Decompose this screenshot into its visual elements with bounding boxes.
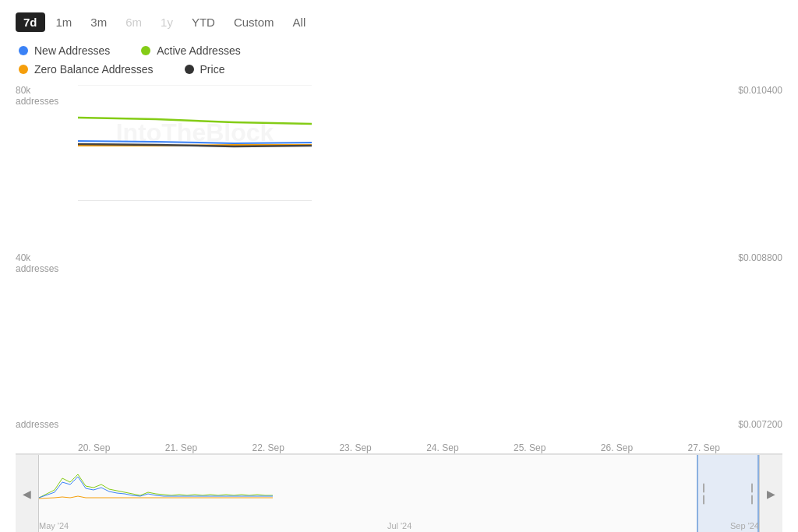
- chart-main: 80k addresses 40k addresses addresses $0…: [16, 85, 782, 453]
- legend-row-1: New Addresses Active Addresses: [19, 44, 782, 57]
- nav-drag-line-3: [751, 483, 753, 492]
- legend-row-2: Zero Balance Addresses Price: [19, 63, 782, 76]
- nav-left-handle[interactable]: [700, 480, 708, 507]
- x-label-5: 25. Sep: [514, 442, 546, 453]
- x-axis: 20. Sep21. Sep22. Sep23. Sep24. Sep25. S…: [78, 430, 720, 453]
- app-container: 7d1m3m6m1yYTDCustomAll New Addresses Act…: [0, 0, 798, 532]
- nav-label-2: Sep '24: [730, 521, 759, 530]
- legend-item-zero-balance: Zero Balance Addresses: [19, 63, 154, 76]
- legend-label-price: Price: [200, 63, 225, 76]
- legend-dot-price: [185, 65, 194, 74]
- x-label-4: 24. Sep: [426, 442, 458, 453]
- time-btn-7d[interactable]: 7d: [16, 12, 45, 32]
- legend-item-new-addresses: New Addresses: [19, 44, 110, 57]
- x-label-3: 23. Sep: [339, 442, 371, 453]
- time-btn-1y: 1y: [153, 12, 181, 32]
- y-label-left-mid: 40k addresses: [16, 252, 75, 274]
- navigator-labels: May '24Jul '24Sep '24: [39, 521, 759, 530]
- nav-drag-line-4: [751, 495, 753, 504]
- x-label-2: 22. Sep: [252, 442, 284, 453]
- legend-dot-new-addresses: [19, 46, 28, 55]
- time-btn-1m[interactable]: 1m: [48, 12, 80, 32]
- legend-label-zero-balance: Zero Balance Addresses: [34, 63, 154, 76]
- time-btn-3m[interactable]: 3m: [83, 12, 115, 32]
- y-label-right-mid: $0.008800: [723, 252, 782, 263]
- x-label-7: 27. Sep: [688, 442, 720, 453]
- nav-blue-line: [39, 464, 273, 498]
- navigator: ◀ ▶ May '24Jul '24Sep '24: [16, 454, 782, 532]
- time-btn-all[interactable]: All: [285, 12, 314, 32]
- nav-label-1: Jul '24: [387, 521, 411, 530]
- legend-dot-zero-balance: [19, 65, 28, 74]
- y-label-right-top: $0.010400: [723, 85, 782, 96]
- nav-drag-line-1: [703, 483, 704, 492]
- chart-area: 80k addresses 40k addresses addresses $0…: [16, 85, 782, 454]
- x-label-0: 20. Sep: [78, 442, 110, 453]
- legend-dot-active-addresses: [141, 46, 150, 55]
- y-label-left-top: 80k addresses: [16, 85, 75, 107]
- y-label-right-bot: $0.007200: [723, 419, 782, 430]
- nav-right-handle[interactable]: [748, 480, 756, 507]
- time-btn-custom[interactable]: Custom: [226, 12, 282, 32]
- main-chart-svg: IntoTheBlock: [78, 85, 312, 202]
- nav-drag-line-2: [703, 495, 704, 504]
- y-axis-right: $0.010400 $0.008800 $0.007200: [720, 85, 782, 430]
- navigator-handle-left[interactable]: ◀: [16, 455, 39, 532]
- legend: New Addresses Active Addresses Zero Bala…: [16, 44, 782, 76]
- time-btn-ytd[interactable]: YTD: [184, 12, 223, 32]
- y-axis-left: 80k addresses 40k addresses addresses: [16, 85, 78, 430]
- legend-item-price: Price: [185, 63, 225, 76]
- time-btn-6m: 6m: [118, 12, 150, 32]
- legend-label-active-addresses: Active Addresses: [157, 44, 240, 57]
- legend-item-active-addresses: Active Addresses: [141, 44, 240, 57]
- time-controls: 7d1m3m6m1yYTDCustomAll: [16, 12, 782, 32]
- navigator-handle-right[interactable]: ▶: [759, 455, 782, 532]
- nav-label-0: May '24: [39, 521, 69, 530]
- legend-label-new-addresses: New Addresses: [34, 44, 110, 57]
- x-label-6: 26. Sep: [601, 442, 633, 453]
- x-label-1: 21. Sep: [165, 442, 197, 453]
- y-label-left-bot: addresses: [16, 419, 75, 430]
